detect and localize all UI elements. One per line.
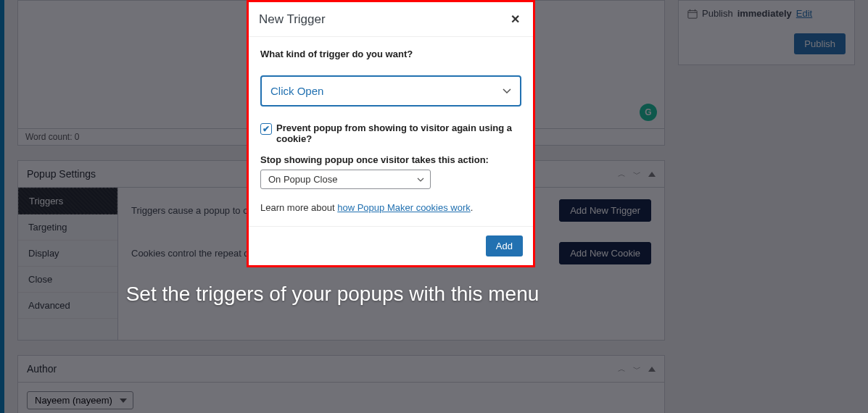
add-button[interactable]: Add: [486, 235, 523, 256]
prevent-cookie-checkbox-row[interactable]: ✔ Prevent popup from showing to visitor …: [260, 122, 521, 144]
learn-more-prefix: Learn more about: [260, 202, 337, 213]
trigger-type-select[interactable]: Click Open: [260, 75, 521, 107]
modal-question: What kind of trigger do you want?: [260, 49, 521, 59]
new-trigger-modal: New Trigger ✕ What kind of trigger do yo…: [249, 2, 533, 265]
stop-action-select[interactable]: On Popup Close: [260, 170, 431, 189]
modal-body: What kind of trigger do you want? Click …: [249, 37, 533, 226]
page-root: G Word count: 0 Popup Settings ︿ ﹀ Trigg…: [0, 0, 868, 413]
stop-action-label: Stop showing popup once visitor takes th…: [260, 154, 521, 165]
modal-title: New Trigger: [259, 12, 326, 27]
learn-more-period: .: [471, 202, 474, 213]
learn-more-line: Learn more about how Popup Maker cookies…: [260, 202, 521, 213]
red-highlight-frame: New Trigger ✕ What kind of trigger do yo…: [247, 0, 535, 267]
learn-more-link[interactable]: how Popup Maker cookies work: [337, 202, 471, 213]
modal-container: New Trigger ✕ What kind of trigger do yo…: [247, 0, 535, 267]
prevent-cookie-label: Prevent popup from showing to visitor ag…: [276, 122, 521, 144]
modal-footer: Add: [249, 226, 533, 265]
checkbox-checked-icon[interactable]: ✔: [260, 123, 272, 135]
modal-header: New Trigger ✕: [249, 2, 533, 37]
close-icon[interactable]: ✕: [508, 11, 523, 28]
